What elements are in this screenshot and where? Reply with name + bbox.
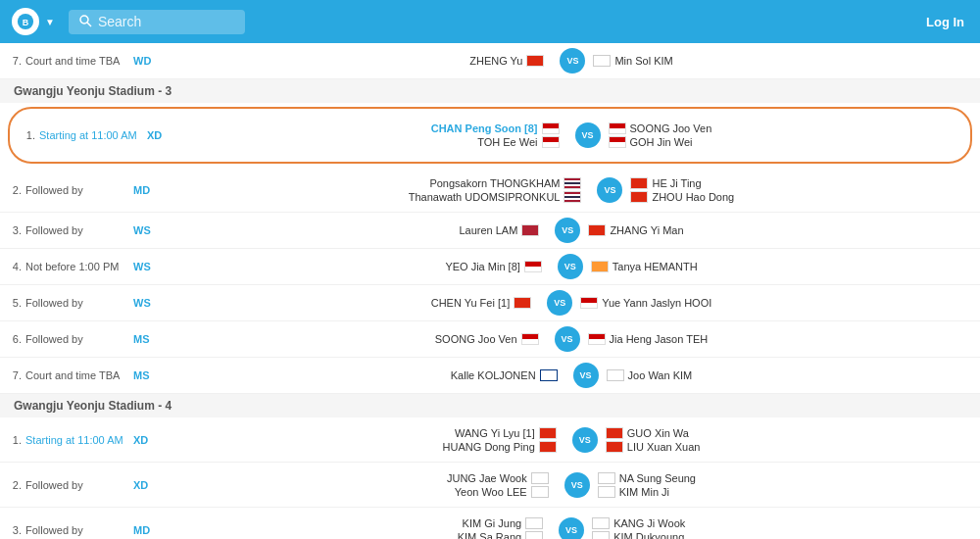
player-left: CHEN Yu Fei [1] [431, 297, 532, 309]
section-title: Gwangju Yeonju Stadium - 4 [14, 399, 172, 413]
player-line: Thanawath UDOMSIPRONKUL [409, 191, 582, 203]
row-type: XD [147, 129, 176, 141]
player-line: KIM Min Ji [598, 486, 669, 498]
vs-badge: VS [559, 517, 584, 540]
players-area: CHAN Peng Soon [8] TOH Ee Wei VS SOONG J… [184, 122, 958, 148]
player-left: Lauren LAM [459, 224, 539, 236]
logo-icon[interactable]: B [12, 8, 39, 35]
row-number: 6. [8, 333, 22, 345]
player-line: YEO Jia Min [8] [445, 261, 541, 272]
player-line: JUNG Jae Wook [447, 472, 549, 484]
row-timing: Court and time TBA [25, 369, 133, 381]
row-number: 2. [8, 184, 22, 196]
row-type: MD [133, 184, 163, 196]
row-number: 3. [8, 224, 22, 236]
players-area: Kalle KOLJONEN VS Joo Wan KIM [171, 363, 972, 388]
table-row: 3. Followed by WS Lauren LAM VS ZHANG Yi… [0, 213, 980, 249]
vs-badge: VS [575, 122, 601, 148]
players-area: Lauren LAM VS ZHANG Yi Man [171, 218, 972, 243]
player-left: WANG Yi Lyu [1] HUANG Dong Ping [443, 427, 557, 453]
player-line: Min Sol KIM [593, 55, 672, 67]
player-name: GOH Jin Wei [630, 136, 693, 148]
flag-cn [539, 441, 557, 453]
player-line: KANG Ji Wook [592, 517, 685, 529]
player-name: TOH Ee Wei [477, 136, 537, 148]
table-row: 1. Starting at 11:00 AM XD CHAN Peng Soo… [14, 113, 966, 158]
player-right: Jia Heng Jason TEH [588, 333, 709, 345]
table-row: 5. Followed by WS CHEN Yu Fei [1] VS Yue… [0, 285, 980, 321]
flag-kr [598, 472, 615, 484]
flag-kr [598, 486, 615, 498]
player-name: Yue Yann Jaslyn HOOI [602, 297, 711, 309]
section-title: Gwangju Yeonju Stadium - 3 [14, 84, 172, 98]
flag-my [588, 333, 606, 345]
flag-th [564, 177, 581, 189]
flag-my [609, 122, 626, 134]
player-name: SOONG Joo Ven [435, 333, 517, 345]
player-left: YEO Jia Min [8] [445, 261, 541, 272]
player-name: LIU Xuan Xuan [627, 441, 701, 453]
player-name: Thanawath UDOMSIPRONKUL [409, 191, 561, 203]
players-area: SOONG Joo Ven VS Jia Heng Jason TEH [171, 326, 972, 352]
flag-cn [630, 191, 648, 203]
player-line: KIM Dukyoung [592, 531, 684, 540]
player-line: WANG Yi Lyu [1] [455, 427, 557, 439]
player-name: Joo Wan KIM [628, 369, 693, 381]
player-left: Pongsakorn THONGKHAM Thanawath UDOMSIPRO… [409, 177, 582, 203]
players-area: JUNG Jae Wook Yeon Woo LEE VS NA Sung Se… [171, 472, 972, 498]
flag-in [591, 261, 609, 272]
player-line: HUANG Dong Ping [443, 441, 557, 453]
players-area: KIM Gi Jung KIM Sa Rang VS KANG Ji Wook … [171, 517, 972, 540]
table-row: 7. Court and time TBA MS Kalle KOLJONEN … [0, 358, 980, 394]
flag-us [521, 224, 539, 236]
flag-my [524, 261, 542, 272]
player-name: Lauren LAM [459, 224, 517, 236]
player-name: ZHOU Hao Dong [652, 191, 734, 203]
login-button[interactable]: Log In [926, 15, 964, 29]
table-row: 3. Followed by MD KIM Gi Jung KIM Sa Ran… [0, 508, 980, 539]
row-timing: Followed by [25, 333, 133, 345]
row-timing: Starting at 11:00 AM [25, 434, 133, 446]
flag-kr [607, 369, 624, 381]
player-name: Min Sol KIM [614, 55, 672, 67]
player-right: Min Sol KIM [593, 55, 672, 67]
player-name: CHEN Yu Fei [1] [431, 297, 511, 309]
table-row: 4. Not before 1:00 PM WS YEO Jia Min [8]… [0, 249, 980, 285]
row-number: 3. [8, 524, 22, 536]
row-number: 1. [8, 434, 22, 446]
search-area[interactable]: Search [69, 10, 245, 34]
flag-my [542, 136, 560, 148]
flag-cn [606, 441, 623, 453]
players-area: ZHENG Yu VS Min Sol KIM [171, 48, 972, 74]
flag-my [609, 136, 626, 148]
flag-kr [531, 472, 549, 484]
player-name: JUNG Jae Wook [447, 472, 527, 484]
player-line: Yue Yann Jaslyn HOOI [580, 297, 711, 309]
table-row: 2. Followed by MD Pongsakorn THONGKHAM T… [0, 168, 980, 213]
player-left: SOONG Joo Ven [435, 333, 539, 345]
players-area: CHEN Yu Fei [1] VS Yue Yann Jaslyn HOOI [171, 290, 972, 316]
player-line: LIU Xuan Xuan [606, 441, 701, 453]
flag-kr [592, 531, 610, 540]
player-right: ZHANG Yi Man [588, 224, 683, 236]
player-name: YEO Jia Min [8] [445, 261, 519, 272]
row-timing: Not before 1:00 PM [25, 261, 133, 272]
player-line: TOH Ee Wei [477, 136, 559, 148]
table-row: 2. Followed by XD JUNG Jae Wook Yeon Woo… [0, 463, 980, 508]
player-line: ZHENG Yu [469, 55, 544, 67]
player-left: JUNG Jae Wook Yeon Woo LEE [447, 472, 549, 498]
player-name: Jia Heng Jason TEH [610, 333, 709, 345]
player-right: GUO Xin Wa LIU Xuan Xuan [606, 427, 701, 453]
player-line: CHEN Yu Fei [1] [431, 297, 532, 309]
player-name: ZHANG Yi Man [610, 224, 683, 236]
row-timing: Starting at 11:00 AM [39, 129, 147, 141]
dropdown-arrow[interactable]: ▼ [45, 17, 55, 27]
player-name: KIM Sa Rang [458, 531, 521, 540]
player-right: Yue Yann Jaslyn HOOI [580, 297, 711, 309]
highlighted-match-container: 1. Starting at 11:00 AM XD CHAN Peng Soo… [8, 107, 972, 164]
player-line: Yeon Woo LEE [455, 486, 549, 498]
row-timing: Followed by [25, 224, 133, 236]
row-type: WS [133, 224, 163, 236]
table-row: 7. Court and time TBA WD ZHENG Yu VS Min… [0, 43, 980, 79]
player-line: KIM Gi Jung [463, 517, 544, 529]
